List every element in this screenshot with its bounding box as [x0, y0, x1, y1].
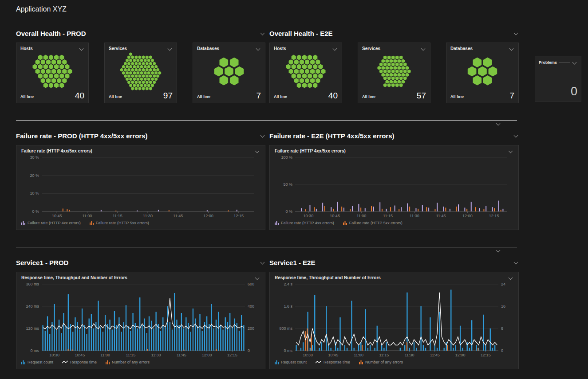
svg-text:10:45: 10:45	[52, 214, 62, 218]
bars-icon	[21, 360, 26, 364]
service-chart-e2e: 2.4 s241.6 s16800 ms80 ms010:3010:4511:0…	[275, 281, 513, 359]
chart-legend: Failure rate (HTTP 4xx errors) Failure r…	[21, 219, 260, 227]
legend-item-response-time: Response time	[316, 360, 350, 364]
health-tile-hosts-e2e[interactable]: Hosts All fine 40	[269, 43, 342, 103]
health-tile-databases-prod[interactable]: Databases All fine 7	[193, 43, 265, 103]
tile-title: Hosts	[20, 46, 33, 51]
legend-item-errors: Number of any errors	[359, 360, 403, 364]
chevron-down-icon[interactable]	[508, 275, 513, 281]
chevron-down-icon[interactable]	[332, 46, 338, 51]
entity-count: 7	[256, 91, 261, 100]
honeycomb-hosts	[20, 51, 84, 91]
svg-text:11:15: 11:15	[126, 353, 135, 357]
chart-tile-failure-e2e[interactable]: Failure rate (HTTP 4xx/5xx errors) 100 %…	[269, 145, 519, 230]
chevron-down-icon[interactable]	[255, 148, 260, 154]
entity-count: 7	[509, 91, 514, 100]
legend-item-requests: Request count	[21, 360, 53, 364]
chevron-down-icon[interactable]	[260, 133, 265, 138]
failure-rate-chart-prod: 30 %20 %10 %0 %10:4511:0011:1511:3011:45…	[21, 154, 260, 219]
svg-text:11:00: 11:00	[82, 214, 92, 218]
legend-item-4xx: Failure rate (HTTP 4xx errors)	[275, 221, 334, 225]
legend-item-errors: Number of any errors	[106, 360, 150, 364]
health-tile-services-prod[interactable]: Services All fine 97	[104, 43, 177, 103]
chevron-down-icon[interactable]	[256, 46, 261, 51]
health-row: Overall Health - PROD Hosts All fine 40	[0, 28, 588, 103]
legend-label: Response time	[324, 360, 350, 364]
legend-label: Failure rate (HTTP 4xx errors)	[28, 221, 81, 225]
section-title-service-e2e: Service1 - E2E	[269, 259, 315, 266]
line-icon	[62, 360, 68, 364]
service-e2e-section: Service1 - E2E Response time, Throughput…	[269, 258, 519, 369]
honeycomb-databases	[197, 51, 261, 91]
svg-text:600: 600	[248, 282, 254, 286]
chevron-down-icon[interactable]	[572, 60, 577, 65]
tile-title: Services	[362, 46, 380, 51]
honeycomb-services	[109, 51, 173, 91]
svg-text:12:15: 12:15	[481, 353, 491, 357]
chevron-down-icon[interactable]	[513, 260, 519, 265]
health-e2e-section: Overall Health - E2E Hosts All fine 40	[269, 28, 519, 103]
chart-tile-failure-prod[interactable]: Failure rate (HTTP 4xx/5xx errors) 30 %2…	[16, 145, 265, 230]
section-divider	[16, 247, 572, 254]
chevron-down-icon[interactable]	[421, 46, 426, 51]
svg-text:10:45: 10:45	[75, 353, 85, 357]
failure-row: Failure rate - PROD (HTTP 4xx/5xx errors…	[0, 131, 588, 230]
status-label: All fine	[197, 94, 210, 100]
entity-count: 40	[328, 91, 338, 100]
service-prod-section: Service1 - PROD Response time, Throughpu…	[16, 258, 265, 369]
svg-text:2.4 s: 2.4 s	[284, 282, 292, 286]
chevron-down-icon[interactable]	[496, 121, 501, 126]
legend-label: Number of any errors	[365, 360, 403, 364]
problems-section: Problems 0	[535, 28, 581, 103]
section-title-health-e2e: Overall Health - E2E	[269, 30, 333, 37]
svg-text:30 %: 30 %	[30, 155, 39, 160]
svg-text:10 %: 10 %	[30, 191, 39, 195]
chevron-down-icon[interactable]	[260, 31, 265, 36]
health-tile-databases-e2e[interactable]: Databases All fine 7	[446, 43, 519, 103]
chevron-down-icon[interactable]	[508, 148, 513, 154]
svg-text:11:45: 11:45	[430, 353, 440, 357]
svg-text:0 ms: 0 ms	[284, 348, 292, 353]
chevron-down-icon[interactable]	[255, 275, 260, 281]
svg-text:16: 16	[501, 304, 505, 309]
svg-text:11:15: 11:15	[383, 214, 393, 218]
chart-title: Response time, Throughput and Number of …	[21, 275, 127, 280]
svg-text:50 %: 50 %	[283, 182, 292, 187]
chart-tile-service-e2e[interactable]: Response time, Throughput and Number of …	[269, 272, 519, 369]
svg-text:240 ms: 240 ms	[26, 304, 39, 309]
svg-text:100 %: 100 %	[281, 155, 292, 160]
problems-divider	[559, 63, 570, 63]
chevron-down-icon[interactable]	[167, 46, 173, 51]
chevron-down-icon[interactable]	[260, 260, 265, 265]
chevron-down-icon[interactable]	[79, 46, 84, 51]
svg-text:11:45: 11:45	[436, 214, 446, 218]
section-title-service-prod: Service1 - PROD	[16, 259, 68, 266]
section-title-health-prod: Overall Health - PROD	[16, 30, 86, 37]
chart-title: Response time, Throughput and Number of …	[275, 275, 381, 280]
chevron-down-icon[interactable]	[496, 248, 501, 253]
svg-text:20 %: 20 %	[30, 173, 39, 178]
bars-icon	[106, 360, 110, 364]
svg-text:0 %: 0 %	[285, 209, 292, 214]
legend-label: Failure rate (HTTP 4xx errors)	[281, 221, 334, 225]
svg-text:1.6 s: 1.6 s	[284, 304, 292, 309]
honeycomb-databases	[450, 51, 514, 91]
section-title-failure-prod: Failure rate - PROD (HTTP 4xx/5xx errors…	[16, 132, 148, 140]
health-tile-hosts-prod[interactable]: Hosts All fine 40	[16, 43, 89, 103]
svg-text:8: 8	[501, 326, 503, 331]
svg-text:200: 200	[248, 326, 254, 331]
svg-text:400: 400	[248, 304, 254, 309]
health-tile-services-e2e[interactable]: Services All fine 57	[358, 43, 430, 103]
chevron-down-icon[interactable]	[513, 31, 519, 36]
legend-label: Number of any errors	[112, 360, 150, 364]
svg-text:11:00: 11:00	[100, 353, 110, 357]
chevron-down-icon[interactable]	[509, 46, 514, 51]
chevron-down-icon[interactable]	[513, 133, 519, 138]
svg-text:0: 0	[248, 348, 250, 353]
tile-title: Services	[109, 46, 127, 51]
bars-icon	[90, 221, 94, 225]
legend-label: Failure rate (HTTP 5xx errors)	[349, 221, 403, 225]
problems-tile[interactable]: Problems 0	[535, 56, 581, 102]
chart-tile-service-prod[interactable]: Response time, Throughput and Number of …	[16, 272, 265, 369]
chart-legend: Failure rate (HTTP 4xx errors) Failure r…	[275, 219, 513, 227]
